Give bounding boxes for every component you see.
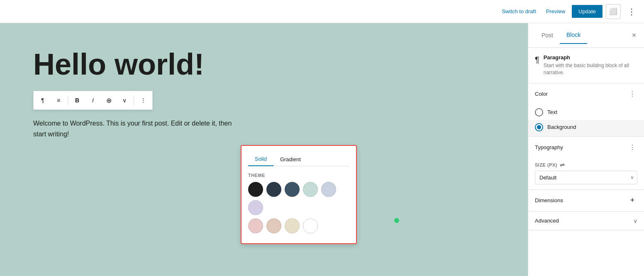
more-options-button[interactable]: ⋮ (624, 4, 639, 19)
toolbar-divider-2 (134, 95, 134, 105)
advanced-section: Advanced ∨ (528, 212, 644, 230)
size-adjust-icon[interactable]: ⇌ (560, 162, 565, 168)
color-swatch-light-teal[interactable] (303, 182, 318, 197)
tab-solid[interactable]: Solid (248, 153, 273, 166)
sidebar: Post Block × ¶ Paragraph Start with the … (528, 23, 644, 276)
link-button[interactable]: ⊕ (101, 93, 116, 108)
dropdown-icon: ∨ (122, 97, 127, 104)
color-more-icon: ⋮ (629, 90, 636, 98)
advanced-chevron-icon: ∨ (633, 218, 637, 224)
main-layout: Hello world! ¶ ≡ B I ⊕ ∨ ⋮ (0, 23, 644, 276)
background-color-radio[interactable] (535, 123, 543, 131)
theme-label: THEME (248, 173, 349, 178)
typography-section-header[interactable]: Typography ⋮ (528, 137, 644, 158)
sidebar-toggle-button[interactable]: ⬜ (606, 4, 621, 19)
sidebar-close-button[interactable]: × (627, 29, 641, 42)
dimensions-add-button[interactable]: + (627, 196, 637, 206)
typography-section: Typography ⋮ SIZE (PX) ⇌ Default Small M (528, 137, 644, 190)
text-color-radio[interactable] (535, 108, 543, 116)
block-more-button[interactable]: ⋮ (136, 93, 151, 108)
align-icon: ≡ (57, 97, 60, 104)
tab-gradient[interactable]: Gradient (273, 153, 307, 166)
toolbar-divider-1 (68, 95, 68, 105)
typography-section-title: Typography (535, 144, 563, 150)
color-swatch-light-cream[interactable] (285, 218, 300, 233)
color-swatches-row1 (248, 182, 349, 215)
size-select[interactable]: Default Small Medium Large Extra Large (535, 171, 637, 184)
block-toolbar: ¶ ≡ B I ⊕ ∨ ⋮ (33, 91, 153, 110)
update-button[interactable]: Update (572, 5, 603, 18)
bold-button[interactable]: B (70, 93, 85, 108)
color-section-title: Color (535, 91, 548, 97)
post-content[interactable]: Welcome to WordPress. This is your first… (33, 118, 324, 139)
text-color-label: Text (547, 109, 557, 115)
green-dot-indicator (394, 218, 399, 223)
align-button[interactable]: ≡ (51, 93, 66, 108)
block-info-text: Paragraph Start with the basic building … (544, 54, 637, 76)
sidebar-block-info: ¶ Paragraph Start with the basic buildin… (528, 48, 644, 83)
dimensions-row: Dimensions + (528, 190, 644, 211)
editor-area: Hello world! ¶ ≡ B I ⊕ ∨ ⋮ (0, 23, 528, 276)
post-title[interactable]: Hello world! (33, 48, 495, 81)
tab-post[interactable]: Post (535, 27, 560, 44)
block-name: Paragraph (544, 54, 637, 61)
color-swatch-black[interactable] (248, 182, 263, 197)
color-swatch-light-pink[interactable] (248, 218, 263, 233)
bold-icon: B (75, 97, 79, 104)
size-label: SIZE (PX) ⇌ (535, 162, 637, 168)
paragraph-type-button[interactable]: ¶ (35, 93, 50, 108)
switch-to-draft-link[interactable]: Switch to draft (498, 6, 539, 17)
typography-more-button[interactable]: ⋮ (627, 143, 637, 153)
block-description: Start with the basic building block of a… (544, 62, 637, 76)
link-icon: ⊕ (106, 97, 112, 104)
dimensions-section: Dimensions + (528, 190, 644, 212)
typography-more-icon: ⋮ (629, 143, 636, 151)
dimensions-section-title: Dimensions (535, 197, 563, 203)
color-swatch-dark-navy[interactable] (266, 182, 281, 197)
color-picker-tabs: Solid Gradient (248, 153, 349, 166)
more-options-icon: ⋮ (627, 7, 636, 17)
paragraph-icon: ¶ (41, 97, 44, 104)
color-swatch-light-lavender[interactable] (321, 182, 336, 197)
sidebar-toggle-icon: ⬜ (609, 7, 617, 15)
background-color-label: Background (547, 124, 576, 130)
preview-link[interactable]: Preview (543, 6, 568, 17)
color-section-header[interactable]: Color ⋮ (528, 83, 644, 105)
top-bar: Switch to draft Preview Update ⬜ ⋮ (0, 0, 644, 23)
background-color-row: Background (528, 120, 644, 136)
advanced-section-title: Advanced (535, 218, 559, 224)
color-picker-popup: Solid Gradient THEME (241, 145, 357, 244)
italic-icon: I (92, 97, 94, 104)
color-section: Color ⋮ Text Background (528, 83, 644, 137)
sidebar-header: Post Block × (528, 23, 644, 48)
dropdown-button[interactable]: ∨ (117, 93, 132, 108)
color-swatch-light-purple[interactable] (248, 200, 263, 215)
paragraph-block-icon: ¶ (535, 55, 539, 65)
advanced-row[interactable]: Advanced ∨ (528, 212, 644, 230)
size-select-wrapper: Default Small Medium Large Extra Large ∨ (535, 171, 637, 184)
text-color-row: Text (528, 105, 644, 120)
color-swatch-dark-slate[interactable] (285, 182, 300, 197)
color-section-actions: ⋮ (627, 89, 637, 99)
color-more-button[interactable]: ⋮ (627, 89, 637, 99)
block-more-icon: ⋮ (140, 97, 146, 104)
color-swatch-light-peach[interactable] (266, 218, 281, 233)
size-row: SIZE (PX) ⇌ Default Small Medium Large E… (528, 158, 644, 189)
tab-block[interactable]: Block (560, 27, 587, 44)
typography-section-actions: ⋮ (627, 143, 637, 153)
italic-button[interactable]: I (85, 93, 100, 108)
color-swatches-row2 (248, 218, 349, 233)
color-swatch-white[interactable] (303, 218, 318, 233)
